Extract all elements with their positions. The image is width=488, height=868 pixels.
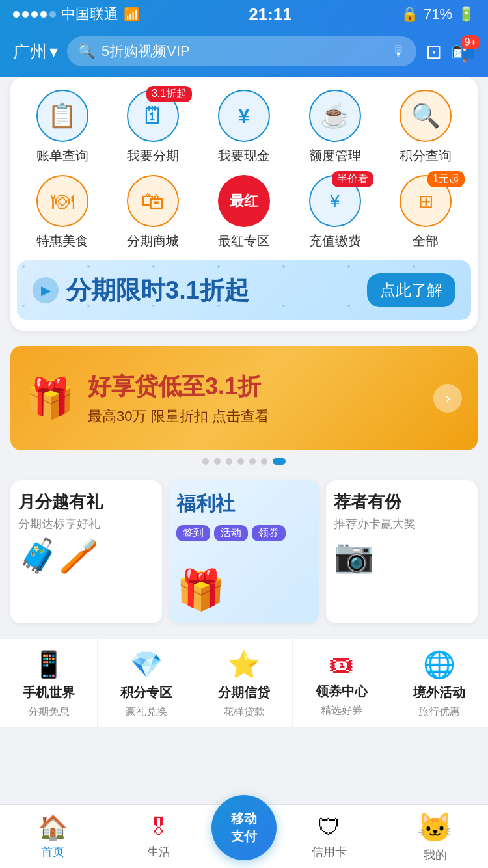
battery-icon: 🔋 bbox=[457, 6, 475, 23]
dot-4 bbox=[237, 458, 244, 465]
time-display: 21:11 bbox=[249, 5, 292, 25]
installment-loan-sub: 花样贷款 bbox=[223, 705, 265, 719]
banner-cta-button[interactable]: 点此了解 bbox=[367, 273, 455, 307]
points-query-icon: 🔍 bbox=[400, 90, 452, 142]
nav-life[interactable]: 🎖 生活 bbox=[106, 809, 212, 865]
carousel-title: 好享贷低至3.1折 bbox=[88, 371, 433, 403]
carrier-label: 中国联通 bbox=[61, 5, 118, 24]
bottom-nav: 🏠 首页 🎖 生活 移动 支付 🛡 信用卡 🐱 我的 bbox=[0, 804, 488, 868]
nav-credit-card[interactable]: 🛡 信用卡 bbox=[277, 809, 383, 865]
carousel-next-button[interactable]: › bbox=[433, 384, 462, 413]
message-badge: 9+ bbox=[461, 35, 480, 49]
monthly-gift-title: 月分越有礼 bbox=[18, 491, 103, 513]
phone-world-sub: 分期免息 bbox=[28, 705, 70, 719]
coupon-item[interactable]: 🎟 领券中心 精选好券 bbox=[293, 639, 390, 727]
promo-cards-section: 月分越有礼 分期达标享好礼 🧳🪥 福利社 签到 活动 领券 🎁 荐者有份 推荐办… bbox=[10, 480, 478, 623]
shop-item[interactable]: 🛍 分期商城 bbox=[108, 175, 199, 250]
nav-my-label: 我的 bbox=[424, 847, 447, 863]
nav-home-label: 首页 bbox=[41, 844, 64, 860]
welfare-badges: 签到 活动 领券 bbox=[176, 525, 286, 541]
mobile-pay-circle: 移动 支付 bbox=[211, 795, 277, 860]
recharge-item[interactable]: ¥ 半价看 充值缴费 bbox=[290, 175, 381, 250]
nav-mobile-pay[interactable]: 移动 支付 bbox=[211, 795, 277, 860]
quota-icon: ☕ bbox=[309, 90, 361, 142]
zuihong-item[interactable]: 最红 最红专区 bbox=[198, 175, 290, 250]
overseas-item[interactable]: 🌐 境外活动 旅行优惠 bbox=[390, 639, 488, 727]
phone-world-title: 手机世界 bbox=[23, 684, 75, 701]
lock-icon: 🔒 bbox=[401, 6, 418, 23]
nav-life-label: 生活 bbox=[147, 844, 170, 860]
installment-banner[interactable]: ▶ 分期限时3.1折起 点此了解 bbox=[17, 260, 471, 320]
location-button[interactable]: 广州 ▾ bbox=[13, 40, 58, 63]
quota-item[interactable]: ☕ 额度管理 bbox=[290, 90, 381, 165]
life-icon: 🎖 bbox=[147, 814, 170, 841]
search-icon: 🔍 bbox=[77, 43, 95, 60]
welfare-title: 福利社 bbox=[176, 491, 235, 517]
all-label: 全部 bbox=[413, 232, 439, 250]
phone-world-item[interactable]: 📱 手机世界 分期免息 bbox=[0, 639, 98, 727]
chevron-down-icon: ▾ bbox=[49, 42, 58, 62]
badge-signin: 签到 bbox=[176, 525, 210, 541]
cash-icon: ¥ bbox=[218, 90, 270, 142]
cash-label: 我要现金 bbox=[218, 147, 270, 165]
food-item[interactable]: 🍽 特惠美食 bbox=[17, 175, 108, 250]
welfare-card[interactable]: 福利社 签到 活动 领券 🎁 bbox=[169, 480, 320, 623]
bottom-nav-spacer bbox=[0, 735, 488, 798]
shop-label: 分期商城 bbox=[127, 232, 179, 250]
battery-label: 71% bbox=[424, 6, 452, 23]
signal-dots bbox=[13, 11, 56, 18]
scan-icon[interactable]: ⊡ bbox=[426, 40, 442, 63]
coupon-title: 领券中心 bbox=[316, 683, 368, 700]
carousel-section: 🎁 好享贷低至3.1折 最高30万 限量折扣 点击查看 › bbox=[0, 338, 488, 472]
installment-loan-item[interactable]: ⭐ 分期信贷 花样贷款 bbox=[195, 639, 293, 727]
bill-query-item[interactable]: 📋 账单查询 bbox=[17, 90, 108, 165]
location-label: 广州 bbox=[13, 40, 47, 63]
status-left: 中国联通 📶 bbox=[13, 5, 140, 24]
carousel-banner[interactable]: 🎁 好享贷低至3.1折 最高30万 限量折扣 点击查看 › bbox=[10, 346, 478, 450]
main-card: 📋 账单查询 🗓 3.1折起 我要分期 ¥ 我要现金 ☕ 额度管理 🔍 bbox=[10, 77, 478, 331]
installment-label: 我要分期 bbox=[127, 147, 179, 165]
message-button[interactable]: 📬 9+ bbox=[451, 40, 475, 63]
coupon-icon: 🎟 bbox=[329, 649, 355, 679]
carousel-dots bbox=[0, 458, 488, 465]
dot-2 bbox=[214, 458, 221, 465]
badge-activity: 活动 bbox=[214, 525, 248, 541]
shield-icon: 🛡 bbox=[318, 814, 341, 841]
blackcat-icon: 🐱 bbox=[417, 811, 453, 845]
dot-1 bbox=[202, 458, 209, 465]
search-input-wrap[interactable]: 🔍 5折购视频VIP 🎙 bbox=[67, 36, 416, 66]
mic-icon[interactable]: 🎙 bbox=[392, 43, 406, 60]
recharge-label: 充值缴费 bbox=[309, 232, 361, 250]
cash-item[interactable]: ¥ 我要现金 bbox=[198, 90, 290, 165]
nav-my[interactable]: 🐱 我的 bbox=[383, 811, 489, 863]
bill-query-icon: 📋 bbox=[36, 90, 88, 142]
points-query-item[interactable]: 🔍 积分查询 bbox=[380, 90, 471, 165]
badge-coupon: 领券 bbox=[252, 525, 286, 541]
food-icon: 🍽 bbox=[36, 175, 88, 227]
home-icon: 🏠 bbox=[38, 814, 68, 841]
referral-camera-icon: 📷 bbox=[334, 537, 374, 575]
food-label: 特惠美食 bbox=[36, 232, 88, 250]
dot-3 bbox=[226, 458, 232, 465]
monthly-gift-card[interactable]: 月分越有礼 分期达标享好礼 🧳🪥 bbox=[10, 480, 162, 623]
installment-loan-icon: ⭐ bbox=[228, 649, 260, 680]
dot-5 bbox=[249, 458, 256, 465]
referral-card[interactable]: 荐者有份 推荐办卡赢大奖 📷 bbox=[326, 480, 478, 623]
nav-home[interactable]: 🏠 首页 bbox=[0, 809, 106, 865]
quota-label: 额度管理 bbox=[309, 147, 361, 165]
shop-icon: 🛍 bbox=[127, 175, 179, 227]
points-zone-icon: 💎 bbox=[130, 649, 163, 680]
points-zone-item[interactable]: 💎 积分专区 豪礼兑换 bbox=[98, 639, 195, 727]
coupon-sub: 精选好券 bbox=[321, 704, 362, 718]
dot-7-active bbox=[273, 458, 286, 465]
mobile-pay-line1: 移动 bbox=[231, 810, 257, 828]
icon-grid: 📋 账单查询 🗓 3.1折起 我要分期 ¥ 我要现金 ☕ 额度管理 🔍 bbox=[17, 90, 471, 250]
installment-badge: 3.1折起 bbox=[146, 86, 192, 102]
all-item[interactable]: ⊞ 1元起 全部 bbox=[380, 175, 471, 250]
wifi-icon: 📶 bbox=[124, 7, 140, 22]
overseas-title: 境外活动 bbox=[413, 684, 465, 701]
points-zone-title: 积分专区 bbox=[120, 684, 172, 701]
installment-item[interactable]: 🗓 3.1折起 我要分期 bbox=[108, 90, 199, 165]
phone-world-icon: 📱 bbox=[33, 649, 65, 680]
monthly-gift-image: 🧳🪥 bbox=[18, 537, 99, 575]
